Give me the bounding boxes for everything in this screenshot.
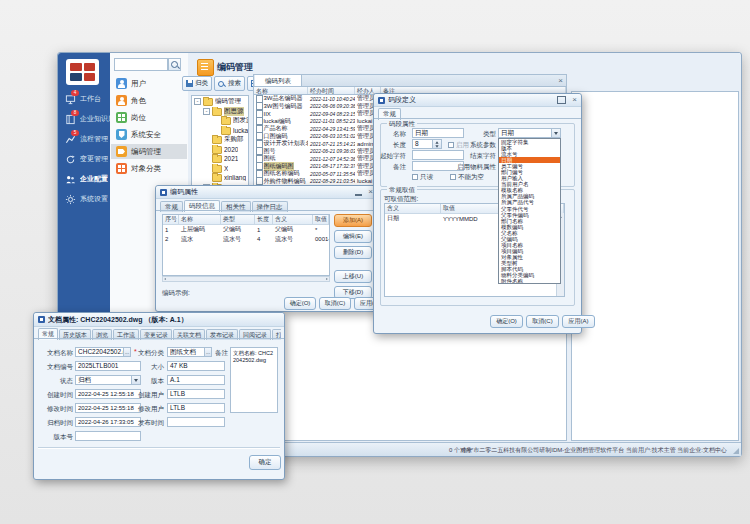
material-prop-label: 启用物料属性 bbox=[434, 163, 496, 172]
refresh-icon bbox=[65, 154, 76, 165]
type-label: 类型 bbox=[434, 130, 496, 139]
search-input[interactable] bbox=[114, 58, 168, 71]
maximize-button[interactable] bbox=[557, 96, 566, 104]
size-field: 47 KB bbox=[167, 361, 225, 371]
detail-panel bbox=[571, 91, 739, 441]
page-title-icon bbox=[197, 59, 214, 76]
sidebar-item-workbench[interactable]: 工作台 4 bbox=[58, 89, 110, 109]
browse-button[interactable]: ... bbox=[204, 347, 212, 357]
sidebar-item-label: 企业知识库 bbox=[80, 114, 110, 124]
tree-item[interactable]: 图发源图纸 bbox=[192, 116, 248, 126]
category-icon bbox=[116, 163, 127, 174]
nav-item-security[interactable]: 系统安全 bbox=[111, 127, 187, 142]
tree-item[interactable]: xinliang bbox=[192, 173, 248, 183]
segment-action-button[interactable]: 编辑(E) bbox=[334, 230, 372, 243]
browse-button[interactable]: ... bbox=[123, 347, 131, 357]
folder-icon bbox=[212, 136, 222, 144]
dialog-titlebar: 码段定义 × bbox=[374, 94, 581, 107]
dialog-title: 文档属性: CHC22042502.dwg （版本: A.1） bbox=[48, 315, 188, 325]
tree-item[interactable]: 2020 bbox=[192, 145, 248, 155]
code-properties-dialog: 编码属性 × 常规码段信息相关性操作日志 序号 名称 类型 长度 含义 取值 bbox=[155, 185, 378, 312]
search-button[interactable] bbox=[168, 58, 181, 71]
dialog-button[interactable]: 应用(A) bbox=[562, 315, 595, 328]
tree-item[interactable]: 采购部 bbox=[192, 135, 248, 145]
close-icon[interactable]: × bbox=[572, 96, 577, 104]
dialog-button[interactable]: 取消(C) bbox=[319, 297, 351, 310]
endchar-label: 结束字符 bbox=[434, 152, 496, 161]
tag-icon bbox=[116, 146, 127, 157]
note-label: 备注 bbox=[215, 349, 228, 358]
sidebar-item-enterprise-config[interactable]: 企业配置 bbox=[58, 169, 110, 189]
column-name[interactable]: 名称 bbox=[254, 87, 308, 94]
notification-badge: 5 bbox=[71, 130, 79, 136]
desktop: × 工作台 4 企业知识库 8 bbox=[0, 0, 750, 524]
nav-item-users[interactable]: 用户 bbox=[111, 76, 187, 91]
sidebar-item-workflow[interactable]: 流程管理 5 bbox=[58, 129, 110, 149]
name-label: 名称 bbox=[380, 130, 406, 139]
people-icon bbox=[65, 174, 76, 185]
sidebar-item-system-settings[interactable]: 系统设置 bbox=[58, 189, 110, 209]
sidebar-item-label: 工作台 bbox=[80, 94, 101, 104]
dialog-title: 编码属性 bbox=[170, 187, 198, 197]
search-tree-button[interactable]: 搜索 bbox=[214, 76, 245, 91]
tab-code-list[interactable]: 编码列表 bbox=[255, 75, 302, 86]
dialog-title: 码段定义 bbox=[388, 95, 416, 105]
minimize-button[interactable] bbox=[355, 194, 362, 196]
prefix-label: 起始字符 bbox=[376, 152, 406, 161]
nav-item-positions[interactable]: 岗位 bbox=[111, 110, 187, 125]
dialog-titlebar: 文档属性: CHC22042502.dwg （版本: A.1） bbox=[34, 313, 284, 327]
tree-item[interactable]: luckai bbox=[192, 126, 248, 136]
note-preview: 文档名称: CHC22042502.dwg bbox=[230, 347, 278, 413]
publish-time-label: 发布时间 bbox=[132, 419, 164, 428]
expander-icon[interactable]: - bbox=[203, 108, 210, 115]
user-icon bbox=[116, 78, 127, 89]
horizontal-scrollbar[interactable] bbox=[162, 276, 330, 282]
dialog-button[interactable]: 取消(C) bbox=[526, 315, 559, 328]
dialog-button[interactable]: 确定(O) bbox=[490, 315, 523, 328]
chevron-down-icon[interactable] bbox=[551, 129, 560, 137]
type-combobox[interactable]: 日期 bbox=[498, 128, 561, 138]
checkbox-icon bbox=[412, 174, 418, 180]
segment-action-button[interactable]: 添加(A) bbox=[334, 214, 372, 227]
dialog-icon bbox=[160, 189, 167, 196]
note-label: 备注 bbox=[380, 163, 406, 172]
create-user-label: 创建用户 bbox=[132, 391, 164, 400]
expander-icon[interactable]: - bbox=[194, 98, 201, 105]
type-dropdown-list: 固定字符集版本流水号日期员工编号部门编号用户输入当前用户名模板名称所属产品编码所… bbox=[498, 138, 561, 284]
dropdown-option[interactable]: 附件名称 bbox=[499, 278, 560, 284]
folder-icon bbox=[221, 117, 231, 125]
resize-grip[interactable] bbox=[733, 448, 739, 454]
version-no-field[interactable] bbox=[75, 431, 141, 441]
sysparam-label: 系统参数 bbox=[434, 141, 496, 150]
folder-icon bbox=[212, 165, 222, 173]
tree-item[interactable]: 2021 bbox=[192, 154, 248, 164]
table-row[interactable]: 1上层编码父编码 1父编码* bbox=[163, 225, 329, 235]
nav-item-roles[interactable]: 角色 bbox=[111, 93, 187, 108]
version-no-label: 版本号 bbox=[37, 433, 73, 442]
tab-close-icon[interactable]: × bbox=[558, 76, 563, 85]
search-icon bbox=[171, 61, 178, 68]
checkbox-icon bbox=[450, 174, 456, 180]
nav-item-code-management[interactable]: 编码管理 bbox=[111, 144, 187, 159]
table-row[interactable]: 2流水流水号 4流水号0001-9999 bbox=[163, 235, 329, 245]
dialog-titlebar: 编码属性 × bbox=[156, 186, 377, 199]
doc-class-label: 文档分类 bbox=[132, 349, 164, 358]
create-user-field: LTLB bbox=[167, 389, 225, 399]
nav-item-object-classification[interactable]: 对象分类 bbox=[111, 161, 187, 176]
tree-item[interactable]: - 图思源 bbox=[192, 107, 248, 117]
not-empty-checkbox[interactable]: 不能为空 bbox=[450, 173, 484, 182]
folder-icon bbox=[212, 146, 222, 154]
sidebar-item-knowledge-base[interactable]: 企业知识库 8 bbox=[58, 109, 110, 129]
table-header: 序号 名称 类型 长度 含义 取值 bbox=[163, 215, 329, 225]
ok-button[interactable]: 确定 bbox=[249, 455, 281, 470]
sidebar-item-change-management[interactable]: 变更管理 bbox=[58, 149, 110, 169]
code-sample-label: 编码示例: bbox=[162, 289, 190, 298]
tree-item[interactable]: - 编码管理 bbox=[192, 97, 248, 107]
column-time[interactable]: 经办时间 bbox=[308, 87, 355, 94]
save-category-button[interactable]: 归类 bbox=[182, 76, 212, 91]
readonly-checkbox[interactable]: 只读 bbox=[412, 173, 433, 182]
segment-action-button[interactable]: 上移(U) bbox=[334, 270, 372, 283]
segment-action-button[interactable]: 删除(D) bbox=[334, 246, 372, 259]
tree-item[interactable]: X bbox=[192, 164, 248, 174]
dialog-button[interactable]: 确定(O) bbox=[284, 297, 316, 310]
